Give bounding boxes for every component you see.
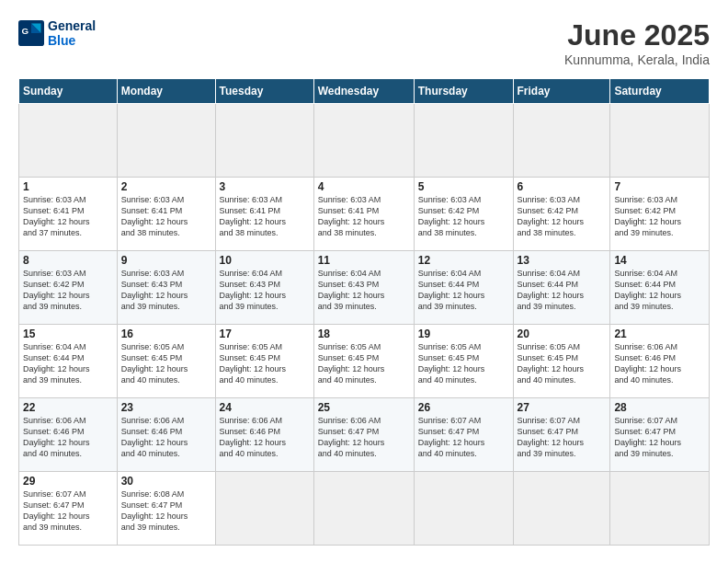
calendar-week-row [19,104,710,178]
calendar-cell: 7Sunrise: 6:03 AM Sunset: 6:42 PM Daylig… [610,178,710,251]
day-info: Sunrise: 6:07 AM Sunset: 6:47 PM Dayligh… [23,488,113,534]
calendar-cell: 9Sunrise: 6:03 AM Sunset: 6:43 PM Daylig… [117,251,215,325]
calendar-week-row: 1Sunrise: 6:03 AM Sunset: 6:41 PM Daylig… [19,178,710,251]
day-number: 18 [318,327,410,340]
day-number: 29 [23,475,113,488]
calendar-day-header: Tuesday [215,79,313,104]
calendar-cell: 2Sunrise: 6:03 AM Sunset: 6:41 PM Daylig… [117,178,215,251]
calendar-week-row: 29Sunrise: 6:07 AM Sunset: 6:47 PM Dayli… [19,472,710,546]
location: Kunnumma, Kerala, India [564,52,710,67]
calendar-cell: 29Sunrise: 6:07 AM Sunset: 6:47 PM Dayli… [19,472,118,546]
calendar-cell: 11Sunrise: 6:04 AM Sunset: 6:43 PM Dayli… [313,251,414,325]
day-info: Sunrise: 6:03 AM Sunset: 6:42 PM Dayligh… [23,268,113,313]
calendar-day-header: Friday [513,79,610,104]
calendar-week-row: 8Sunrise: 6:03 AM Sunset: 6:42 PM Daylig… [19,251,710,325]
calendar-day-header: Wednesday [313,79,414,104]
day-number: 26 [418,401,509,414]
calendar-cell: 19Sunrise: 6:05 AM Sunset: 6:45 PM Dayli… [414,325,513,398]
calendar-cell: 3Sunrise: 6:03 AM Sunset: 6:41 PM Daylig… [215,178,313,251]
calendar-cell: 25Sunrise: 6:06 AM Sunset: 6:47 PM Dayli… [313,398,414,472]
day-number: 30 [121,475,211,488]
day-info: Sunrise: 6:06 AM Sunset: 6:46 PM Dayligh… [23,415,113,460]
day-number: 13 [518,254,607,267]
day-info: Sunrise: 6:07 AM Sunset: 6:47 PM Dayligh… [614,415,705,460]
day-number: 9 [121,254,211,267]
day-number: 21 [614,327,705,340]
month-title: June 2025 [564,18,710,52]
calendar-cell [313,104,414,178]
calendar-cell: 18Sunrise: 6:05 AM Sunset: 6:45 PM Dayli… [313,325,414,398]
calendar-cell: 23Sunrise: 6:06 AM Sunset: 6:46 PM Dayli… [117,398,215,472]
day-info: Sunrise: 6:04 AM Sunset: 6:44 PM Dayligh… [518,268,607,313]
calendar-cell [414,104,513,178]
day-number: 6 [518,180,607,193]
day-info: Sunrise: 6:03 AM Sunset: 6:41 PM Dayligh… [121,194,211,239]
calendar-day-header: Saturday [610,79,710,104]
logo-text: General Blue [48,18,96,48]
calendar-cell: 22Sunrise: 6:06 AM Sunset: 6:46 PM Dayli… [19,398,118,472]
calendar-cell [313,472,414,546]
day-info: Sunrise: 6:08 AM Sunset: 6:47 PM Dayligh… [121,488,211,534]
day-number: 2 [121,180,211,193]
calendar-cell: 24Sunrise: 6:06 AM Sunset: 6:46 PM Dayli… [215,398,313,472]
calendar-cell: 6Sunrise: 6:03 AM Sunset: 6:42 PM Daylig… [513,178,610,251]
day-info: Sunrise: 6:05 AM Sunset: 6:45 PM Dayligh… [220,341,310,386]
day-number: 23 [121,401,211,414]
day-number: 5 [418,180,509,193]
calendar-cell: 8Sunrise: 6:03 AM Sunset: 6:42 PM Daylig… [19,251,118,325]
svg-text:G: G [22,26,29,36]
calendar-cell [215,104,313,178]
day-number: 10 [220,254,310,267]
day-info: Sunrise: 6:06 AM Sunset: 6:46 PM Dayligh… [614,341,705,386]
day-number: 24 [220,401,310,414]
day-info: Sunrise: 6:05 AM Sunset: 6:45 PM Dayligh… [318,341,410,386]
calendar-cell: 5Sunrise: 6:03 AM Sunset: 6:42 PM Daylig… [414,178,513,251]
day-info: Sunrise: 6:03 AM Sunset: 6:43 PM Dayligh… [121,268,211,313]
calendar-cell: 27Sunrise: 6:07 AM Sunset: 6:47 PM Dayli… [513,398,610,472]
day-number: 28 [614,401,705,414]
calendar-cell: 20Sunrise: 6:05 AM Sunset: 6:45 PM Dayli… [513,325,610,398]
day-number: 16 [121,327,211,340]
calendar-cell [513,104,610,178]
header: G General Blue June 2025 Kunnumma, Keral… [18,18,710,67]
calendar-day-header: Thursday [414,79,513,104]
calendar-cell: 30Sunrise: 6:08 AM Sunset: 6:47 PM Dayli… [117,472,215,546]
day-info: Sunrise: 6:04 AM Sunset: 6:44 PM Dayligh… [23,341,113,386]
calendar-cell [610,472,710,546]
day-number: 12 [418,254,509,267]
calendar-week-row: 15Sunrise: 6:04 AM Sunset: 6:44 PM Dayli… [19,325,710,398]
day-number: 1 [23,180,113,193]
day-number: 11 [318,254,410,267]
calendar-cell: 26Sunrise: 6:07 AM Sunset: 6:47 PM Dayli… [414,398,513,472]
calendar-day-header: Sunday [19,79,118,104]
calendar-cell: 12Sunrise: 6:04 AM Sunset: 6:44 PM Dayli… [414,251,513,325]
day-number: 25 [318,401,410,414]
day-info: Sunrise: 6:03 AM Sunset: 6:42 PM Dayligh… [418,194,509,239]
day-number: 17 [220,327,310,340]
calendar-cell [215,472,313,546]
calendar-cell: 10Sunrise: 6:04 AM Sunset: 6:43 PM Dayli… [215,251,313,325]
calendar-header-row: SundayMondayTuesdayWednesdayThursdayFrid… [19,79,710,104]
day-number: 4 [318,180,410,193]
day-number: 19 [418,327,509,340]
day-info: Sunrise: 6:04 AM Sunset: 6:44 PM Dayligh… [418,268,509,313]
calendar-cell: 17Sunrise: 6:05 AM Sunset: 6:45 PM Dayli… [215,325,313,398]
calendar-cell [19,104,118,178]
day-info: Sunrise: 6:03 AM Sunset: 6:42 PM Dayligh… [518,194,607,239]
day-info: Sunrise: 6:04 AM Sunset: 6:44 PM Dayligh… [614,268,705,313]
day-info: Sunrise: 6:05 AM Sunset: 6:45 PM Dayligh… [121,341,211,386]
day-info: Sunrise: 6:06 AM Sunset: 6:47 PM Dayligh… [318,415,410,460]
calendar-cell: 16Sunrise: 6:05 AM Sunset: 6:45 PM Dayli… [117,325,215,398]
calendar-cell: 1Sunrise: 6:03 AM Sunset: 6:41 PM Daylig… [19,178,118,251]
day-info: Sunrise: 6:06 AM Sunset: 6:46 PM Dayligh… [121,415,211,460]
calendar-cell: 14Sunrise: 6:04 AM Sunset: 6:44 PM Dayli… [610,251,710,325]
day-number: 3 [220,180,310,193]
day-number: 15 [23,327,113,340]
day-info: Sunrise: 6:03 AM Sunset: 6:41 PM Dayligh… [220,194,310,239]
day-info: Sunrise: 6:03 AM Sunset: 6:41 PM Dayligh… [23,194,113,239]
calendar-cell [513,472,610,546]
day-number: 27 [518,401,607,414]
day-info: Sunrise: 6:05 AM Sunset: 6:45 PM Dayligh… [518,341,607,386]
title-section: June 2025 Kunnumma, Kerala, India [564,18,710,67]
day-info: Sunrise: 6:03 AM Sunset: 6:42 PM Dayligh… [614,194,705,239]
